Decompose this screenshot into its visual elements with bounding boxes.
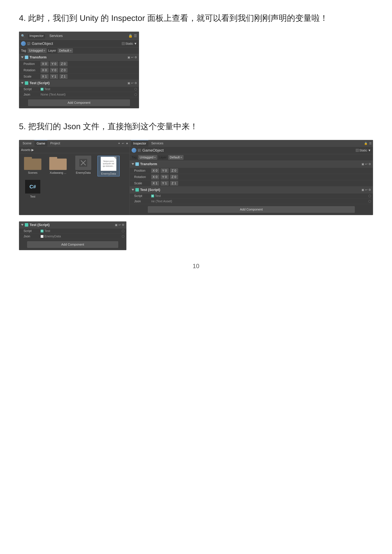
- script-value-2: C Test: [151, 194, 371, 198]
- sc-z-2: Z 1: [170, 181, 178, 186]
- bottom-test-script-header: Test (Script) ▣ ↩ ⚙: [19, 222, 126, 228]
- inspector-panel-1: 🔍 Inspector Services 🔒 ☰ GameObject Stat…: [19, 32, 139, 108]
- go-color-icon-2: [132, 148, 136, 153]
- transform-collapse-1[interactable]: [21, 56, 24, 58]
- scale-label-1: Scale: [24, 75, 39, 78]
- tab-scene[interactable]: Scene: [20, 140, 34, 146]
- add-component-btn-1[interactable]: Add Component: [28, 99, 130, 106]
- position-xyz-1: X 0 Y 0 Z 0: [41, 62, 137, 66]
- rotation-z-1: Z 0: [60, 68, 68, 72]
- test-cs-icon[interactable]: C#: [25, 180, 41, 194]
- position-z-1: Z 0: [60, 62, 68, 66]
- position-row-2: Position X 0 Y 0 Z 0: [130, 167, 373, 174]
- transform-header-1: Transform ▣ ↩ ⚙: [19, 54, 139, 61]
- left-panel: Scene Game Project ✦ ↩ ★ Assets ▶ Scenes: [19, 140, 130, 215]
- tab-game[interactable]: Game: [35, 140, 47, 146]
- go-checkbox-1[interactable]: [27, 42, 30, 45]
- bottom-collapse[interactable]: [21, 224, 24, 226]
- static-checkbox-2[interactable]: [356, 149, 359, 152]
- script-label-2: Script: [134, 194, 150, 198]
- lock-icon-1[interactable]: 🔒: [128, 34, 133, 38]
- pos-y-2: Y 0: [161, 168, 168, 173]
- transform-btn2-1[interactable]: ↩: [131, 55, 133, 59]
- test-script-header-2: Test (Script) ▣ ↩ ⚙: [130, 187, 373, 193]
- position-xyz-2: X 0 Y 0 Z 0: [151, 168, 371, 173]
- section2: 5. 把我们的 Json 文件，直接拖到这个变量中来！ Scene Game P…: [19, 121, 373, 250]
- left-tab-icon2[interactable]: ↩: [122, 142, 124, 145]
- static-dropdown-icon-1[interactable]: ▼: [134, 42, 137, 45]
- ts-btn2-1[interactable]: ↩: [131, 81, 133, 85]
- right-tab-bar: Inspector Services 🔒 ☰: [130, 140, 373, 147]
- t-btn3-2[interactable]: ⚙: [368, 162, 371, 166]
- test-script-collapse-2[interactable]: [132, 189, 134, 191]
- tab-services-2[interactable]: Services: [149, 140, 166, 146]
- hamburger-icon-1[interactable]: ☰: [134, 34, 137, 38]
- static-label-1: Static ▼: [122, 42, 137, 45]
- static-checkbox-1[interactable]: [122, 42, 125, 45]
- t-btn2-2[interactable]: ↩: [365, 162, 368, 166]
- transform-btn1-1[interactable]: ▣: [127, 55, 130, 59]
- static-dropdown-icon-2[interactable]: ▼: [368, 149, 371, 152]
- json-radio-1[interactable]: [134, 93, 137, 96]
- transform-collapse-2[interactable]: [132, 163, 134, 165]
- bottom-script-radio[interactable]: [122, 230, 124, 232]
- gameobject-row-1: GameObject Static ▼: [19, 40, 139, 47]
- bottom-btn2[interactable]: ↩: [119, 223, 121, 227]
- tab-project[interactable]: Project: [48, 140, 62, 146]
- layer-dropdown-1[interactable]: Default ÷: [58, 48, 73, 53]
- inspector-icon-1: 🔍: [21, 34, 25, 38]
- transform-btn3-1[interactable]: ⚙: [134, 55, 137, 59]
- bottom-btn3[interactable]: ⚙: [122, 223, 124, 227]
- tab-inspector-1[interactable]: Inspector: [28, 33, 45, 39]
- ts-btn1-2[interactable]: ▣: [362, 188, 364, 192]
- go-checkbox-2[interactable]: [138, 149, 141, 152]
- scenes-folder-icon[interactable]: [24, 156, 41, 170]
- pos-z-2: Z 0: [170, 168, 178, 173]
- section2-title: 5. 把我们的 Json 文件，直接拖到这个变量中来！: [19, 121, 373, 132]
- t-btn1-2[interactable]: ▣: [362, 162, 364, 166]
- tag-dropdown-1[interactable]: Untagged ÷: [28, 48, 47, 53]
- rotation-label-2: Rotation: [134, 175, 150, 179]
- add-component-btn-3[interactable]: Add Component: [27, 241, 118, 248]
- position-label-2: Position: [134, 169, 150, 173]
- test-script-collapse-1[interactable]: [21, 82, 24, 84]
- layer-label-1: Layer: [48, 49, 56, 52]
- add-component-btn-2[interactable]: Add Component: [148, 206, 355, 213]
- sc-y-2: Y 1: [161, 181, 168, 186]
- enemydata-json-icon[interactable]: Neque porro quisquam est qui dolorem...: [101, 157, 116, 171]
- ts-btn2-2[interactable]: ↩: [365, 188, 368, 192]
- panel-header-1: 🔍 Inspector Services 🔒 ☰: [19, 32, 139, 40]
- ts-btn3-1[interactable]: ⚙: [134, 81, 137, 85]
- ts-btn3-2[interactable]: ⚙: [368, 188, 371, 192]
- section1-title: 4. 此时，我们到 Unity 的 Inspector 面板上查看，就可以看到我…: [19, 13, 373, 24]
- rot-x-2: X 0: [151, 175, 159, 179]
- test-script-name-2: Test (Script): [140, 188, 360, 192]
- json-field-1: Json None (Text Asset): [19, 92, 139, 97]
- script-radio-2[interactable]: [368, 195, 371, 197]
- right-tab-icon2[interactable]: ☰: [369, 142, 372, 145]
- xudawang-folder-icon[interactable]: [49, 156, 67, 170]
- tab-inspector-2[interactable]: Inspector: [131, 140, 148, 146]
- scale-z-1: Z 1: [60, 74, 68, 79]
- enemydata-x-icon[interactable]: [75, 156, 91, 170]
- tag-dropdown-2[interactable]: Untagged ÷: [138, 155, 157, 160]
- script-radio-1[interactable]: [134, 88, 137, 90]
- json-radio-2[interactable]: [368, 200, 371, 203]
- tab-services-1[interactable]: Services: [48, 33, 64, 39]
- left-tab-icon3[interactable]: ★: [126, 142, 128, 145]
- left-tab-icon1[interactable]: ✦: [118, 142, 120, 145]
- asset-enemydata-x: EnemyData: [72, 156, 94, 176]
- assets-header-text: Assets ▶: [21, 148, 34, 152]
- asset-enemydata-json[interactable]: Neque porro quisquam est qui dolorem... …: [98, 156, 120, 176]
- bottom-btn1[interactable]: ▣: [115, 223, 118, 227]
- right-tab-icon1[interactable]: 🔒: [364, 142, 368, 145]
- script-value-1: C Test: [41, 87, 137, 91]
- layer-dropdown-2[interactable]: Default ÷: [168, 155, 183, 160]
- ts-btn1-1[interactable]: ▣: [127, 81, 130, 85]
- section1: 4. 此时，我们到 Unity 的 Inspector 面板上查看，就可以看到我…: [19, 13, 373, 108]
- bottom-json-radio[interactable]: [122, 235, 124, 238]
- bottom-btns: ▣ ↩ ⚙: [115, 223, 124, 227]
- transform-icon-2: [135, 162, 139, 166]
- transform-icon-1: [25, 55, 28, 59]
- json-value-1: None (Text Asset): [41, 93, 137, 96]
